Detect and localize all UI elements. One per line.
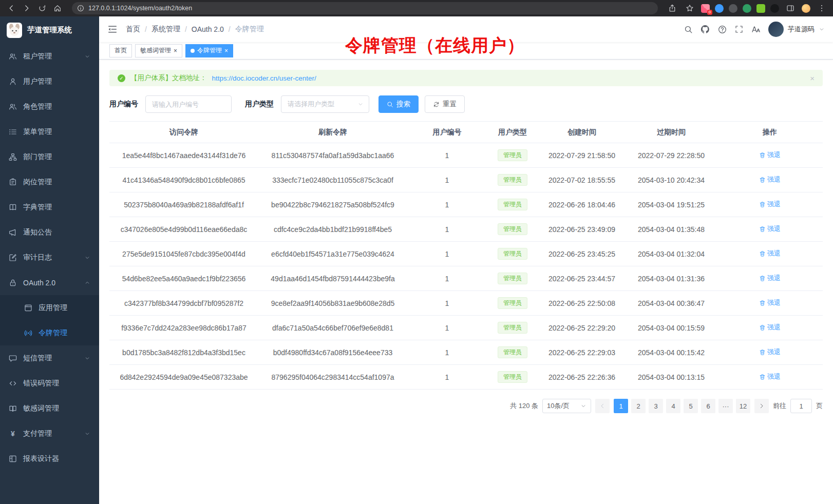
sidebar-panel-button[interactable] [784,2,797,14]
help-icon[interactable] [717,25,727,34]
search-button[interactable]: 搜索 [378,95,419,113]
alert-close-icon[interactable]: × [810,74,815,83]
bookmark-star-button[interactable] [684,2,696,14]
extension-blue-icon[interactable] [715,4,724,13]
access-token-cell: 275e5de9151045fe87cbdc395e004f4d [109,242,258,266]
search-icon[interactable] [684,25,693,34]
extension-puzzle-icon[interactable] [756,4,765,13]
sidebar-item-notice[interactable]: 通知公告 [0,220,99,245]
list-icon [9,128,17,136]
tab-sensitive-word[interactable]: 敏感词管理× [135,44,182,57]
extension-green-icon[interactable] [743,4,751,13]
extension-grid-icon[interactable]: 0 [701,4,710,13]
fullscreen-icon[interactable] [734,25,744,34]
create-time-cell: 2022-06-25 22:50:08 [538,291,626,316]
extension-dark-icon[interactable] [729,4,737,13]
extension-paw-icon[interactable] [770,4,779,13]
user-type-select[interactable]: 请选择用户类型 [281,95,369,113]
sidebar-item-post[interactable]: 岗位管理 [0,169,99,195]
access-token-cell: c347026e805e4d99b0d116eae66eda8c [109,217,258,242]
browser-profile-avatar[interactable] [802,4,810,13]
sidebar-item-sensitive-word[interactable]: 敏感词管理 [0,396,99,421]
sidebar-item-report-designer[interactable]: 报表设计器 [0,446,99,471]
site-info-icon[interactable] [77,5,84,12]
force-logout-button[interactable]: 强退 [759,372,781,381]
user-id-cell: 1 [407,365,487,390]
trash-icon [759,300,766,306]
sidebar-item-tenant[interactable]: 租户管理 [0,44,99,69]
sidebar-item-role[interactable]: 角色管理 [0,94,99,119]
tab-home[interactable]: 首页 [109,44,132,57]
column-header: 刷新令牌 [258,122,407,143]
force-logout-button[interactable]: 强退 [759,249,781,258]
page-more-button[interactable]: ··· [718,399,733,413]
force-logout-button[interactable]: 强退 [759,274,781,283]
browser-reload-button[interactable] [36,2,48,14]
sidebar-item-dict[interactable]: 字典管理 [0,195,99,220]
force-logout-button[interactable]: 强退 [759,175,781,184]
create-time-cell: 2022-06-25 22:26:36 [538,365,626,390]
force-logout-button[interactable]: 强退 [759,323,781,332]
hamburger-icon[interactable] [107,24,118,34]
github-icon[interactable] [701,25,710,34]
access-token-cell: 54d6be82ee5a460a9aedc1f9bf223656 [109,266,258,291]
sidebar-item-oauth2[interactable]: OAuth 2.0 [0,270,99,295]
sidebar-item-oauth2-token[interactable]: 令牌管理 [0,320,99,345]
trash-icon [759,226,766,232]
address-bar[interactable]: 127.0.0.1:1024/system/oauth2/token [72,2,658,14]
sidebar-item-sms[interactable]: 短信管理 [0,345,99,371]
user-menu[interactable]: 芋道源码 [768,22,825,37]
font-size-icon[interactable] [751,25,761,34]
sidebar-item-user[interactable]: 用户管理 [0,69,99,94]
browser-home-button[interactable] [51,2,64,14]
sidebar-item-pay[interactable]: ¥支付管理 [0,421,99,446]
sidebar-item-error-code[interactable]: 错误码管理 [0,371,99,396]
page-button[interactable]: 5 [684,399,698,413]
share-button[interactable] [666,2,678,14]
report-icon [9,455,17,463]
breadcrumb-item[interactable]: OAuth 2.0 [192,25,224,33]
tab-token[interactable]: 令牌管理× [185,44,233,57]
tab-close-icon[interactable]: × [174,48,177,54]
page-button[interactable]: 2 [631,399,646,413]
expire-time-cell: 2054-03-04 19:51:25 [626,192,717,217]
page-button[interactable]: 3 [649,399,663,413]
force-logout-button[interactable]: 强退 [759,347,781,357]
user-icon [9,77,17,86]
doc-link[interactable]: https://doc.iocoder.cn/user-center/ [212,74,316,82]
force-logout-button[interactable]: 强退 [759,200,781,209]
user-type-badge: 管理员 [498,371,527,383]
breadcrumb-item[interactable]: 首页 [126,25,140,34]
refresh-token-cell: 49d1aa46d1454fbd87591444423be9fa [258,266,407,291]
refresh-token-cell: dfa6c71a50a54c66bef706ef9e6e8d81 [258,316,407,340]
username: 芋道源码 [788,25,815,34]
breadcrumb-item[interactable]: 系统管理 [152,25,180,34]
page-button[interactable]: 4 [666,399,680,413]
browser-back-button[interactable] [5,2,17,14]
browser-forward-button[interactable] [21,2,33,14]
sidebar-item-dept[interactable]: 部门管理 [0,144,99,169]
page-size-select[interactable]: 10条/页 [542,399,591,413]
browser-menu-button[interactable] [816,2,828,14]
sidebar-item-oauth2-app[interactable]: 应用管理 [0,295,99,320]
page-button[interactable]: 6 [701,399,715,413]
create-time-cell: 2022-06-25 23:44:57 [538,266,626,291]
force-logout-button[interactable]: 强退 [759,224,781,234]
sidebar-item-audit-log[interactable]: 审计日志 [0,245,99,270]
page-button[interactable]: 1 [614,399,628,413]
page-button[interactable]: 12 [736,399,750,413]
app-logo[interactable]: 芋道管理系统 [0,16,99,44]
user-type-badge: 管理员 [498,322,527,334]
table-row: c347026e805e4d99b0d116eae66eda8ccdfc4ce9… [109,217,823,242]
force-logout-button[interactable]: 强退 [759,150,781,160]
prev-page-button[interactable] [595,399,610,413]
next-page-button[interactable] [754,399,769,413]
lock-icon [9,279,17,287]
sidebar-item-menu[interactable]: 菜单管理 [0,119,99,144]
breadcrumb-separator: / [229,25,231,33]
user-id-input[interactable] [145,95,232,113]
force-logout-button[interactable]: 强退 [759,298,781,307]
goto-page-input[interactable] [790,399,812,413]
tab-close-icon[interactable]: × [224,48,228,54]
reset-button[interactable]: 重置 [425,95,465,113]
